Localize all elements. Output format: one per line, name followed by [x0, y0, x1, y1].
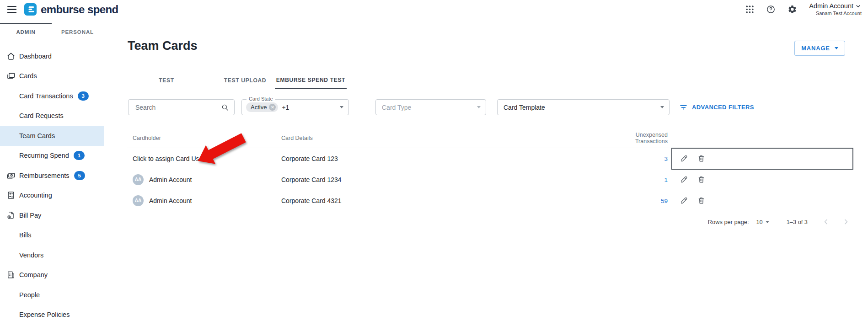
sidebar-item-team-cards[interactable]: Team Cards	[0, 126, 104, 146]
card-program-tabs: TEST TEST UPLOAD EMBURSE SPEND TEST	[105, 72, 868, 89]
sidebar-mode-tabs: ADMIN PERSONAL	[0, 19, 104, 42]
edit-pencil-icon[interactable]	[680, 154, 688, 163]
pagination-range: 1–3 of 3	[787, 219, 808, 225]
apps-grid-icon[interactable]	[745, 5, 754, 14]
account-name: Admin Account	[809, 2, 853, 10]
sidebar-item-recurring-spend[interactable]: Recurring Spend 1	[0, 146, 104, 166]
card-template-label: Card Template	[504, 104, 545, 111]
account-menu[interactable]: Admin Account Sanam Test Account	[809, 2, 862, 16]
search-input[interactable]	[134, 103, 221, 112]
table-header: Cardholder Card Details Unexpensed Trans…	[127, 128, 854, 148]
sidebar-item-bill-pay[interactable]: Bill Pay	[0, 205, 104, 225]
card-details-cell: Corporate Card 1234	[281, 176, 605, 183]
count-badge: 5	[74, 171, 85, 180]
delete-trash-icon[interactable]	[697, 196, 706, 205]
chevron-down-icon	[766, 221, 769, 223]
sidebar-item-label: Company	[19, 271, 48, 278]
sidebar-item-label: Accounting	[19, 192, 52, 199]
avatar: AA	[133, 174, 144, 185]
sidebar-item-accounting[interactable]: Accounting	[0, 186, 104, 206]
sidebar-item-reimbursements[interactable]: Reimbursements 5	[0, 166, 104, 186]
help-icon[interactable]	[766, 5, 776, 14]
delete-trash-icon[interactable]	[697, 154, 706, 163]
edit-pencil-icon[interactable]	[680, 196, 688, 205]
money-icon	[6, 171, 16, 180]
delete-trash-icon[interactable]	[697, 175, 706, 184]
tab-test[interactable]: TEST	[144, 72, 189, 89]
hamburger-menu-icon[interactable]	[7, 6, 16, 13]
tab-emburse-spend-test[interactable]: EMBURSE SPEND TEST	[275, 72, 347, 89]
sidebar-item-label: Vendors	[19, 251, 43, 259]
tab-test-upload[interactable]: TEST UPLOAD	[215, 72, 275, 89]
sidebar-item-label: Card Requests	[19, 112, 64, 119]
sidebar-item-people[interactable]: People	[0, 285, 104, 305]
team-cards-table: Cardholder Card Details Unexpensed Trans…	[127, 128, 854, 211]
sidebar-item-label: Card Transactions	[19, 92, 73, 100]
edit-pencil-icon[interactable]	[680, 175, 688, 184]
column-header-unexpensed: Unexpensed Transactions	[605, 132, 668, 144]
count-badge: 1	[74, 151, 85, 160]
spacer	[6, 251, 16, 260]
previous-page-icon[interactable]	[821, 217, 830, 226]
building-icon	[6, 270, 16, 279]
topbar-actions: Admin Account Sanam Test Account	[745, 2, 862, 16]
settings-gear-icon[interactable]	[788, 5, 797, 14]
sidebar-item-card-transactions[interactable]: Card Transactions 3	[0, 86, 104, 106]
sidebar-item-card-requests[interactable]: Card Requests	[0, 106, 104, 126]
tab-admin[interactable]: ADMIN	[0, 23, 52, 42]
chip-close-icon[interactable]: ✕	[269, 104, 276, 111]
chevron-down-icon	[855, 3, 862, 10]
sidebar-item-dashboard[interactable]: Dashboard	[0, 46, 104, 66]
unexpensed-count-link[interactable]: 1	[664, 177, 668, 183]
unexpensed-count-link[interactable]: 3	[664, 155, 668, 162]
manage-button-label: MANAGE	[801, 45, 830, 52]
brand-wordmark: emburse spend	[41, 3, 118, 16]
card-details-cell: Corporate Card 4321	[281, 197, 605, 204]
spacer	[6, 91, 16, 101]
assign-card-user-link[interactable]: Click to assign Card User	[133, 155, 205, 162]
sidebar-item-label: Cards	[19, 72, 37, 80]
card-type-placeholder: Card Type	[382, 104, 411, 111]
row-actions	[680, 154, 706, 163]
pagination: Rows per page: 10 1–3 of 3	[708, 211, 851, 232]
cards-icon	[6, 71, 16, 80]
sidebar-item-company[interactable]: Company	[0, 265, 104, 285]
table-row[interactable]: Click to assign Card User Corporate Card…	[127, 148, 854, 169]
next-page-icon[interactable]	[841, 217, 851, 226]
search-field[interactable]	[128, 99, 235, 115]
page-title: Team Cards	[128, 39, 198, 53]
chip-more-count: +1	[282, 104, 289, 111]
filter-chip-active[interactable]: Active ✕	[246, 102, 278, 112]
table-row[interactable]: AA Admin Account Corporate Card 1234 1	[127, 169, 854, 190]
rows-per-page-label: Rows per page:	[708, 219, 749, 225]
sidebar: ADMIN PERSONAL Dashboard Cards Card Tran…	[0, 19, 104, 321]
row-actions	[680, 196, 706, 205]
rows-per-page-select[interactable]: 10	[756, 219, 769, 225]
sidebar-item-label: Recurring Spend	[19, 152, 69, 159]
spacer	[6, 310, 16, 319]
top-bar: emburse spend	[0, 0, 868, 19]
advanced-filters-button[interactable]: ADVANCED FILTERS	[679, 103, 754, 112]
spacer	[6, 131, 16, 140]
card-type-select[interactable]: Card Type	[375, 99, 486, 115]
sidebar-item-bills[interactable]: Bills	[0, 225, 104, 246]
emburse-logo-icon[interactable]	[24, 3, 37, 16]
table-row[interactable]: AA Admin Account Corporate Card 4321 59	[127, 190, 854, 211]
sidebar-item-label: Dashboard	[19, 53, 52, 60]
card-template-select[interactable]: Card Template	[497, 99, 670, 115]
sidebar-item-label: Bills	[19, 231, 32, 239]
spacer	[6, 111, 16, 120]
unexpensed-count-link[interactable]: 59	[661, 198, 668, 204]
column-header-cardholder: Cardholder	[133, 135, 281, 141]
tab-personal[interactable]: PERSONAL	[52, 23, 103, 42]
card-state-select[interactable]: Card State Active ✕ +1	[241, 99, 349, 115]
sidebar-item-expense-policies[interactable]: Expense Policies	[0, 305, 104, 321]
sidebar-item-cards[interactable]: Cards	[0, 66, 104, 86]
calculator-icon	[6, 191, 16, 200]
account-org: Sanam Test Account	[809, 11, 862, 16]
cardholder-name: Admin Account	[149, 176, 192, 183]
chevron-down-icon	[660, 106, 664, 108]
sidebar-item-vendors[interactable]: Vendors	[0, 245, 104, 265]
manage-button[interactable]: MANAGE	[794, 41, 845, 56]
cardholder-name: Admin Account	[149, 197, 192, 204]
